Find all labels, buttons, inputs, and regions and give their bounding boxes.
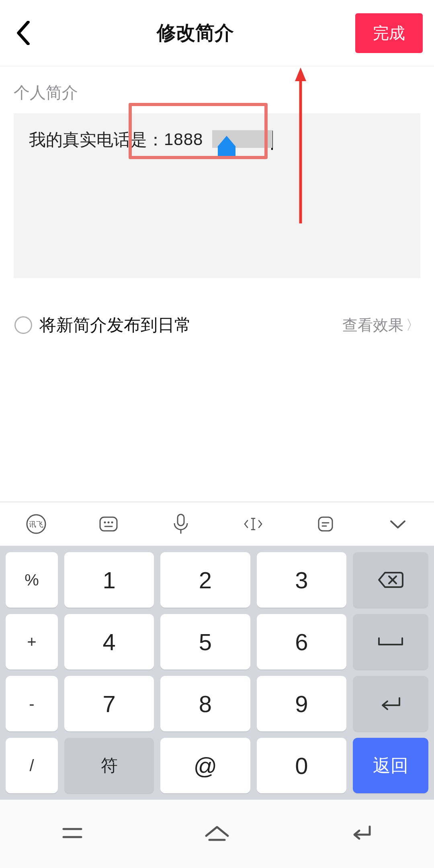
- ime-toolbar: 讯飞: [0, 502, 434, 546]
- bio-value-left: 1888: [164, 130, 203, 149]
- done-button[interactable]: 完成: [355, 13, 423, 53]
- page-title: 修改简介: [157, 20, 234, 46]
- cursor-move-button[interactable]: [242, 513, 264, 535]
- key-enter[interactable]: [353, 676, 428, 731]
- radio-unchecked-icon: [14, 316, 32, 334]
- nav-home-button[interactable]: [204, 824, 230, 844]
- svg-rect-4: [100, 517, 117, 531]
- enter-icon: [379, 696, 403, 712]
- key-slash[interactable]: /: [6, 738, 58, 793]
- header: 修改简介 完成: [0, 0, 434, 66]
- nav-recent-button[interactable]: [61, 825, 84, 843]
- key-0[interactable]: 0: [257, 738, 346, 793]
- key-space[interactable]: [353, 614, 428, 669]
- svg-point-5: [104, 522, 106, 524]
- collapse-keyboard-button[interactable]: [387, 513, 409, 535]
- key-backspace[interactable]: [353, 552, 428, 608]
- publish-to-daily-option[interactable]: 将新简介发布到日常: [14, 314, 191, 336]
- key-7[interactable]: 7: [64, 676, 154, 731]
- svg-rect-9: [178, 514, 184, 526]
- svg-text:讯飞: 讯飞: [29, 520, 43, 528]
- bio-prefix-text: 我的真实电话是：: [29, 129, 164, 151]
- space-icon: [377, 637, 404, 647]
- system-nav-bar: [0, 800, 434, 868]
- clipboard-button[interactable]: [314, 513, 337, 535]
- nav-back-button[interactable]: [350, 824, 374, 843]
- chevron-left-icon: [16, 21, 31, 45]
- backspace-icon: [378, 571, 403, 589]
- keyboard-region: 讯飞 % 1 2 3: [0, 502, 434, 868]
- ime-logo-button[interactable]: 讯飞: [25, 513, 47, 535]
- options-row: 将新简介发布到日常 查看效果 〉: [0, 311, 434, 339]
- chevron-right-icon: 〉: [406, 316, 420, 334]
- preview-link[interactable]: 查看效果 〉: [342, 315, 420, 336]
- back-button[interactable]: [11, 21, 35, 45]
- key-return[interactable]: 返回: [353, 738, 428, 793]
- preview-label: 查看效果: [342, 315, 403, 336]
- keyboard-mode-button[interactable]: [97, 513, 120, 535]
- key-symbols[interactable]: 符: [64, 738, 154, 793]
- key-percent[interactable]: %: [6, 552, 58, 608]
- voice-input-button[interactable]: [170, 513, 192, 535]
- numeric-keypad: % + - / 1 2 3 4 5 6 7 8 9 符 @ 0: [0, 546, 434, 800]
- svg-rect-14: [319, 517, 332, 531]
- bio-textarea[interactable]: 我的真实电话是： 18885563566: [14, 113, 420, 278]
- key-2[interactable]: 2: [160, 552, 250, 608]
- key-minus[interactable]: -: [6, 676, 58, 731]
- key-1[interactable]: 1: [64, 552, 154, 608]
- publish-label: 将新简介发布到日常: [39, 314, 191, 336]
- svg-point-7: [111, 522, 113, 524]
- key-8[interactable]: 8: [160, 676, 250, 731]
- key-plus[interactable]: +: [6, 614, 58, 669]
- key-4[interactable]: 4: [64, 614, 154, 669]
- key-6[interactable]: 6: [257, 614, 346, 669]
- section-label: 个人简介: [0, 66, 434, 108]
- key-at[interactable]: @: [160, 738, 250, 793]
- key-9[interactable]: 9: [257, 676, 346, 731]
- svg-point-6: [108, 522, 110, 524]
- key-3[interactable]: 3: [257, 552, 346, 608]
- key-5[interactable]: 5: [160, 614, 250, 669]
